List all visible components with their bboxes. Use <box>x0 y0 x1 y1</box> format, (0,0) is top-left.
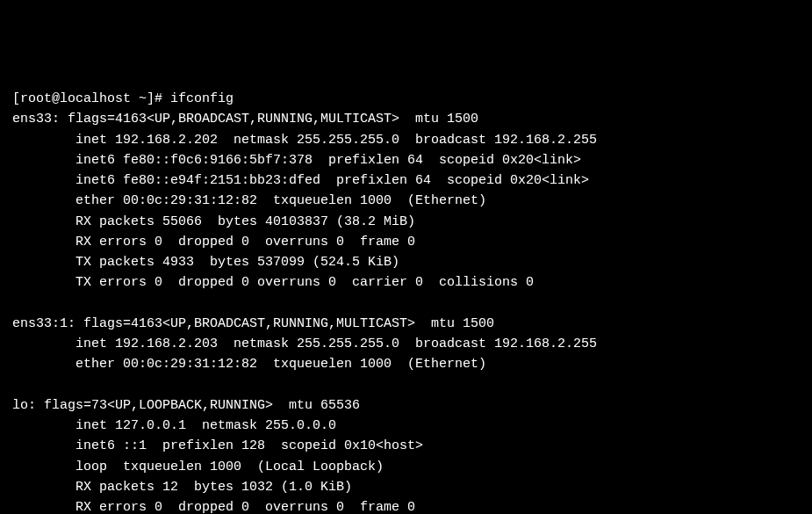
terminal-output[interactable]: [root@localhost ~]# ifconfig ens33: flag… <box>12 89 800 514</box>
interface-lo: lo: flags=73<UP,LOOPBACK,RUNNING> mtu 65… <box>12 398 534 514</box>
interface-ens33-1: ens33:1: flags=4163<UP,BROADCAST,RUNNING… <box>12 316 597 373</box>
shell-prompt: [root@localhost ~]# <box>12 91 170 106</box>
iface-inet: inet 192.168.2.203 netmask 255.255.255.0… <box>12 337 597 351</box>
interface-ens33: ens33: flags=4163<UP,BROADCAST,RUNNING,M… <box>12 112 597 290</box>
iface-header: lo: flags=73<UP,LOOPBACK,RUNNING> mtu 65… <box>12 398 360 413</box>
iface-rx-errors: RX errors 0 dropped 0 overruns 0 frame 0 <box>12 500 415 514</box>
iface-inet6: inet6 fe80::e94f:2151:bb23:dfed prefixle… <box>12 173 589 188</box>
iface-inet: inet 192.168.2.202 netmask 255.255.255.0… <box>12 133 597 148</box>
iface-rx-packets: RX packets 12 bytes 1032 (1.0 KiB) <box>12 480 352 495</box>
iface-header: ens33: flags=4163<UP,BROADCAST,RUNNING,M… <box>12 112 478 127</box>
iface-rx-errors: RX errors 0 dropped 0 overruns 0 frame 0 <box>12 235 415 250</box>
iface-tx-packets: TX packets 4933 bytes 537099 (524.5 KiB) <box>12 255 399 270</box>
iface-inet6: inet6 ::1 prefixlen 128 scopeid 0x10<hos… <box>12 438 423 453</box>
prompt-line: [root@localhost ~]# ifconfig <box>12 91 234 106</box>
iface-ether: ether 00:0c:29:31:12:82 txqueuelen 1000 … <box>12 357 486 372</box>
iface-inet6: inet6 fe80::f0c6:9166:5bf7:378 prefixlen… <box>12 153 581 168</box>
iface-ether: ether 00:0c:29:31:12:82 txqueuelen 1000 … <box>12 193 486 208</box>
shell-command: ifconfig <box>170 91 234 106</box>
iface-tx-errors: TX errors 0 dropped 0 overruns 0 carrier… <box>12 275 534 290</box>
iface-rx-packets: RX packets 55066 bytes 40103837 (38.2 Mi… <box>12 214 415 229</box>
iface-loop: loop txqueuelen 1000 (Local Loopback) <box>12 460 384 474</box>
iface-header: ens33:1: flags=4163<UP,BROADCAST,RUNNING… <box>12 316 494 331</box>
iface-inet: inet 127.0.0.1 netmask 255.0.0.0 <box>12 418 336 433</box>
